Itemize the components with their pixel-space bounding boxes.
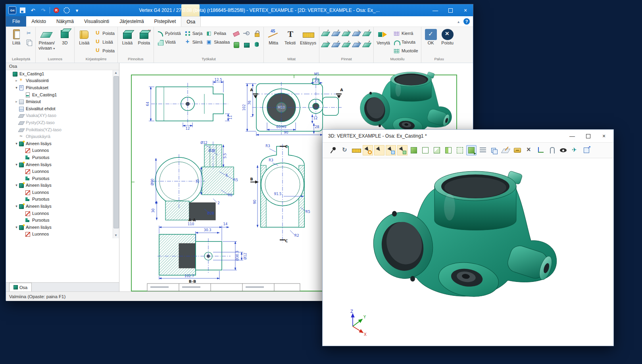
tab-osa[interactable]: Osa	[181, 16, 201, 27]
expand-arrow[interactable]: ▸	[14, 79, 19, 82]
layers-icon[interactable]	[489, 145, 500, 155]
coordinate-axes-icon[interactable]	[535, 145, 546, 155]
stretch-button[interactable]: Venytä	[375, 28, 391, 46]
tree-item[interactable]: Esivalitut ehdot	[6, 105, 119, 112]
select-body-icon[interactable]	[397, 145, 407, 155]
shaded-view-icon[interactable]	[409, 145, 419, 155]
sketch-on-surface-button[interactable]: Pintaan/ viivaan ▾	[37, 28, 56, 52]
expand-arrow[interactable]: ▸	[14, 100, 19, 103]
qat-dropdown-button[interactable]: ▾	[73, 6, 81, 14]
tree-item[interactable]: Pursotus	[6, 154, 119, 161]
surface-tool-8-button[interactable]	[342, 40, 350, 48]
sketch-3d-button[interactable]: 3D	[57, 28, 73, 46]
tree-item[interactable]: ▸Visualisointi	[6, 77, 119, 84]
pattern-button[interactable]: Sarja	[183, 29, 204, 37]
undo-button[interactable]: ↶	[29, 6, 37, 14]
surface-tool-6-button[interactable]	[321, 40, 330, 48]
tree-item[interactable]: Ex_Casting1	[6, 91, 119, 98]
coating-add-button[interactable]: Lisää	[119, 28, 135, 46]
tree-item[interactable]: ▾Aineen lisäys	[6, 140, 119, 147]
help-button[interactable]: ?	[463, 18, 470, 25]
tree-item[interactable]: Pysty(XZ)-taso	[6, 119, 119, 126]
delete-icon[interactable]	[524, 145, 534, 155]
fillet-button[interactable]: Pyöristä	[156, 29, 182, 37]
maximize-button[interactable]	[443, 4, 458, 16]
tree-item[interactable]: ▾Aineen lisäys	[6, 203, 119, 210]
active-view-mode-icon[interactable]	[466, 145, 477, 155]
cylinder-tool-button[interactable]	[252, 40, 261, 48]
tree-item[interactable]: Ex_Casting1	[6, 70, 119, 77]
paste-button[interactable]: Liitä	[8, 28, 24, 46]
3d-minimize-button[interactable]: —	[564, 130, 580, 142]
twist-button[interactable]: Kierrä	[392, 29, 419, 37]
library-drawer-icon[interactable]	[512, 145, 523, 155]
pin-icon[interactable]	[328, 145, 338, 155]
move-button[interactable]: Siirrä	[183, 38, 204, 46]
tree-item[interactable]: Pursotus	[6, 196, 119, 203]
scroll-thumb[interactable]	[113, 76, 119, 228]
select-rotate-icon[interactable]	[363, 145, 373, 155]
expand-arrow[interactable]: ▾	[14, 225, 19, 229]
tab-file[interactable]: File	[6, 16, 26, 27]
tab-arkisto[interactable]: Arkisto	[26, 16, 51, 27]
split-shade-view-icon[interactable]	[443, 145, 454, 155]
expand-arrow[interactable]: ▾	[14, 204, 19, 208]
redo-button[interactable]: ↷	[39, 6, 47, 14]
tree-item[interactable]: Vaaka(XY)-taso	[6, 112, 119, 119]
tree-item[interactable]: Luonnos	[6, 210, 119, 217]
library-add-button[interactable]: Lisää	[76, 28, 92, 46]
surface-tool-4-button[interactable]	[352, 29, 361, 37]
measure-icon[interactable]	[351, 145, 361, 155]
tree-item[interactable]: ▾Aineen lisäys	[6, 182, 119, 189]
tree-item[interactable]: Luonnos	[6, 168, 119, 175]
title-bar[interactable]: G4 ↶ ↷ R ▾ Vertex G4 2021 / 27.0.08 (bet…	[6, 4, 473, 16]
scroll-down-arrow[interactable]: ▼	[113, 233, 119, 238]
surface-tool-3-button[interactable]	[342, 29, 350, 37]
visibility-icon[interactable]	[558, 145, 569, 155]
distance-button[interactable]: Etäisyys	[299, 28, 317, 46]
save-button[interactable]	[19, 6, 27, 14]
erase-tool-button[interactable]	[232, 29, 240, 37]
copy-button[interactable]	[25, 38, 34, 46]
tree-item[interactable]: Poikittais(YZ)-taso	[6, 126, 119, 133]
record-button[interactable]: R	[52, 6, 60, 14]
hidden-line-view-icon[interactable]	[420, 145, 431, 155]
library-add2-button[interactable]: Lisää	[93, 38, 116, 46]
surface-tool-7-button[interactable]	[331, 40, 340, 48]
library-remove2-button[interactable]: Poista	[93, 47, 116, 54]
attach-icon[interactable]	[547, 145, 557, 155]
tree-item[interactable]: ▾Piirustukset	[6, 84, 119, 91]
measure-tool-button[interactable]	[242, 29, 251, 37]
exit-button[interactable]: Poistu	[440, 28, 456, 46]
scale-button[interactable]: Skaalaa	[204, 38, 231, 46]
new-window-icon[interactable]	[581, 145, 592, 155]
surface-tool-9-button[interactable]	[352, 40, 361, 48]
3d-viewport[interactable]: Z Y X	[323, 158, 613, 346]
expand-arrow[interactable]: ▾	[14, 183, 19, 187]
expand-arrow[interactable]: ▾	[14, 163, 19, 167]
tree-item[interactable]: Luonnos	[6, 231, 119, 238]
tree-item[interactable]: Ohjauskäyrä	[6, 133, 119, 140]
surface-tool-10-button[interactable]	[362, 40, 371, 48]
tab-järjestelmä[interactable]: Järjestelmä	[114, 16, 149, 27]
tab-pistepilvet[interactable]: Pistepilvet	[149, 16, 181, 27]
ribbon-collapse-button[interactable]: ▴	[457, 19, 459, 24]
tree-item[interactable]: Pursotus	[6, 216, 119, 224]
feature-list-icon[interactable]	[478, 145, 488, 155]
3d-canvas[interactable]: Z Y X	[323, 158, 613, 346]
library-remove-button[interactable]: Poista	[93, 29, 116, 37]
settings-button[interactable]	[63, 6, 71, 14]
3d-close-button[interactable]: ×	[596, 130, 612, 142]
tree-item[interactable]: Pursotus	[6, 175, 119, 182]
chamfer-button[interactable]: Viistä	[156, 38, 182, 46]
dimension-button[interactable]: 45 Mitta	[265, 28, 281, 46]
surface-tool-5-button[interactable]	[362, 29, 371, 37]
tree-item[interactable]: Luonnos	[6, 189, 119, 196]
bend-button[interactable]: Taivuta	[392, 38, 419, 46]
tree-scrollbar[interactable]: ▲ ▼	[113, 70, 119, 238]
scroll-up-arrow[interactable]: ▲	[113, 70, 119, 76]
feature-tree[interactable]: Ex_Casting1▸Visualisointi▾PiirustuksetEx…	[6, 70, 119, 238]
close-button[interactable]: ×	[458, 4, 473, 16]
tree-item[interactable]: ▾Aineen lisäys	[6, 224, 119, 231]
expand-arrow[interactable]: ▾	[14, 86, 19, 90]
